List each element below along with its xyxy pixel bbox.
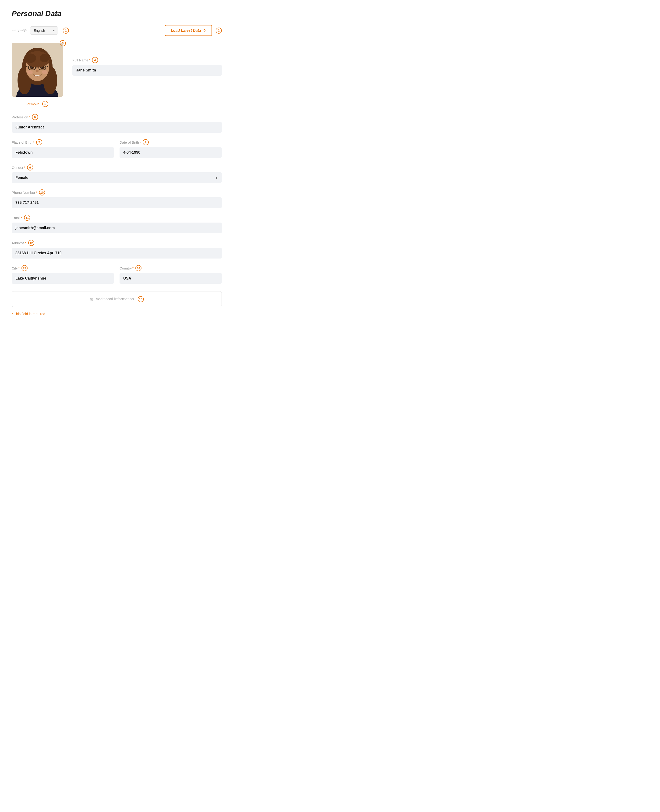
badge-language: 1 <box>63 27 69 33</box>
address-required: * <box>25 241 26 245</box>
phone-required: * <box>36 191 37 194</box>
gender-required: * <box>24 165 25 170</box>
refresh-icon: ↻ <box>203 28 206 33</box>
gender-select[interactable]: Female Male Other <box>12 172 222 183</box>
header-row: Language English Spanish French German ▼… <box>12 25 222 36</box>
profession-input[interactable] <box>12 122 222 133</box>
country-label-row: Country * 14 <box>119 265 222 271</box>
email-input[interactable] <box>12 222 222 233</box>
badge-load-latest: 2 <box>216 27 222 33</box>
remove-button[interactable]: Remove <box>26 102 40 106</box>
badge-gender: 9 <box>27 164 33 170</box>
profile-row: 3 Remove 5 Full Name * 4 <box>12 43 222 107</box>
address-field-group: Address * 12 <box>12 240 222 259</box>
address-input[interactable] <box>12 248 222 259</box>
badge-address: 12 <box>28 240 34 246</box>
profession-field-group: Profession * 6 <box>12 114 222 133</box>
full-name-field-group: Full Name * 4 <box>72 57 222 76</box>
language-section: Language English Spanish French German ▼… <box>12 26 69 35</box>
email-field-group: Email * 11 <box>12 215 222 233</box>
city-label-row: City * 13 <box>12 265 114 271</box>
gender-label-row: Gender * 9 <box>12 164 222 170</box>
gender-field-group: Gender * 9 Female Male Other ▼ <box>12 164 222 183</box>
svg-point-22 <box>24 54 36 63</box>
badge-additional-info: 15 <box>138 296 144 302</box>
country-required: * <box>132 266 134 270</box>
birth-row: Place of Birth * 7 Date of Birth * 8 <box>12 139 222 158</box>
full-name-input[interactable] <box>72 65 222 76</box>
badge-photo: 3 <box>60 40 66 46</box>
phone-label-row: Phone Number * 10 <box>12 189 222 195</box>
badge-country: 14 <box>135 265 141 271</box>
additional-info-label: Additional Information <box>95 297 134 302</box>
city-field-group: City * 13 <box>12 265 114 284</box>
place-of-birth-label: Place of Birth <box>12 140 32 144</box>
language-select-wrapper: English Spanish French German ▼ <box>30 26 58 35</box>
gender-label: Gender <box>12 165 23 170</box>
profession-required: * <box>29 115 30 119</box>
date-of-birth-input[interactable] <box>119 147 222 158</box>
photo-wrapper-container: 3 <box>12 43 63 99</box>
badge-phone: 10 <box>39 189 45 195</box>
email-label-row: Email * 11 <box>12 215 222 221</box>
badge-city: 13 <box>21 265 27 271</box>
load-latest-label: Load Latest Data <box>171 29 201 33</box>
full-name-required: * <box>89 58 90 62</box>
gender-select-wrapper: Female Male Other ▼ <box>12 172 222 183</box>
badge-place-of-birth: 7 <box>36 139 42 145</box>
additional-info-plus-icon: ⊕ <box>90 296 94 302</box>
phone-input[interactable] <box>12 197 222 208</box>
svg-point-23 <box>40 54 49 62</box>
badge-remove: 5 <box>42 101 48 107</box>
place-of-birth-input[interactable] <box>12 147 114 158</box>
date-of-birth-required: * <box>140 140 141 144</box>
name-section: Full Name * 4 <box>72 43 222 82</box>
profession-label: Profession <box>12 115 28 119</box>
place-of-birth-required: * <box>33 140 34 144</box>
full-name-label-row: Full Name * 4 <box>72 57 222 63</box>
svg-point-20 <box>42 70 48 74</box>
date-of-birth-label: Date of Birth <box>119 140 139 144</box>
load-latest-button[interactable]: Load Latest Data ↻ <box>165 25 212 36</box>
phone-field-group: Phone Number * 10 <box>12 189 222 208</box>
country-input[interactable] <box>119 273 222 284</box>
phone-label: Phone Number <box>12 191 35 194</box>
date-of-birth-label-row: Date of Birth * 8 <box>119 139 222 145</box>
load-latest-section: Load Latest Data ↻ 2 <box>165 25 222 36</box>
remove-section: Remove 5 <box>26 101 48 107</box>
badge-profession: 6 <box>32 114 38 120</box>
svg-point-19 <box>27 70 33 74</box>
city-label: City <box>12 266 18 270</box>
photo-section: 3 Remove 5 <box>12 43 63 107</box>
country-field-group: Country * 14 <box>119 265 222 284</box>
city-required: * <box>18 266 20 270</box>
language-select[interactable]: English Spanish French German <box>30 26 58 35</box>
city-country-row: City * 13 Country * 14 <box>12 265 222 284</box>
email-required: * <box>21 216 22 220</box>
address-label-row: Address * 12 <box>12 240 222 246</box>
profession-label-row: Profession * 6 <box>12 114 222 120</box>
badge-email: 11 <box>24 215 30 221</box>
additional-info-section: ⊕ Additional Information 15 <box>12 291 222 307</box>
badge-full-name: 4 <box>92 57 98 63</box>
additional-info-button[interactable]: ⊕ Additional Information 15 <box>12 291 222 307</box>
place-of-birth-label-row: Place of Birth * 7 <box>12 139 114 145</box>
email-label: Email <box>12 216 21 220</box>
svg-point-18 <box>36 70 39 72</box>
profile-photo[interactable] <box>12 43 63 97</box>
full-name-label: Full Name <box>72 58 88 62</box>
avatar-image <box>12 43 63 97</box>
date-of-birth-field-group: Date of Birth * 8 <box>119 139 222 158</box>
required-note: * This field is required <box>12 312 222 316</box>
city-input[interactable] <box>12 273 114 284</box>
place-of-birth-field-group: Place of Birth * 7 <box>12 139 114 158</box>
address-label: Address <box>12 241 24 245</box>
badge-date-of-birth: 8 <box>143 139 149 145</box>
country-label: Country <box>119 266 132 270</box>
page-title: Personal Data <box>12 10 222 18</box>
svg-point-16 <box>30 67 32 67</box>
language-label: Language <box>12 27 27 32</box>
